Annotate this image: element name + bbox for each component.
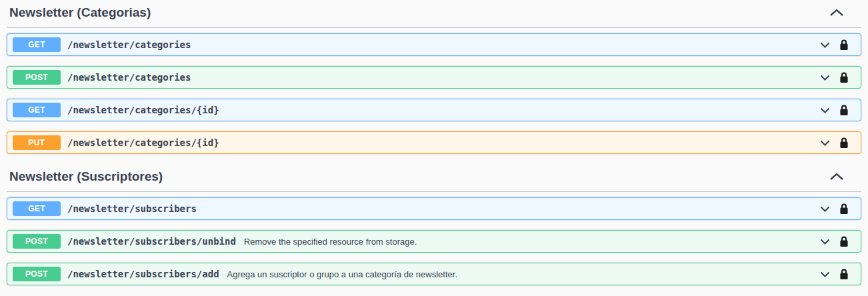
- chevron-down-icon: [820, 239, 830, 245]
- swagger-api-list: Newsletter (Categorias) GET /newsletter/…: [0, 0, 868, 285]
- operations-list: GET /newsletter/subscribers POST /newsle…: [7, 197, 861, 285]
- chevron-up-icon[interactable]: [829, 9, 844, 17]
- expand-operation-button[interactable]: [820, 75, 830, 81]
- authorize-lock-button[interactable]: [839, 39, 849, 51]
- lock-icon: [839, 105, 849, 116]
- method-badge: PUT: [13, 135, 61, 150]
- chevron-down-icon: [820, 75, 830, 81]
- expand-operation-button[interactable]: [820, 42, 830, 48]
- lock-icon: [839, 236, 849, 247]
- lock-icon: [839, 39, 849, 51]
- method-badge: POST: [13, 267, 61, 281]
- operation-row[interactable]: PUT /newsletter/categories/{id}: [7, 131, 861, 154]
- operation-path: /newsletter/categories/{id}: [67, 137, 219, 148]
- chevron-down-icon: [820, 271, 830, 277]
- operation-path: /newsletter/categories: [67, 39, 191, 50]
- operation-row[interactable]: GET /newsletter/subscribers: [7, 197, 861, 220]
- row-controls: [820, 236, 849, 247]
- row-controls: [820, 105, 849, 116]
- expand-operation-button[interactable]: [820, 239, 830, 245]
- method-badge: POST: [13, 234, 61, 249]
- operation-row[interactable]: POST /newsletter/categories: [7, 66, 861, 89]
- tag-section: Newsletter (Suscriptores) GET /newslette…: [7, 164, 861, 285]
- method-badge: POST: [13, 70, 61, 85]
- operations-list: GET /newsletter/categories POST /newslet…: [7, 33, 861, 154]
- chevron-down-icon: [820, 107, 830, 113]
- authorize-lock-button[interactable]: [839, 72, 849, 83]
- row-controls: [820, 203, 849, 215]
- lock-icon: [839, 72, 849, 83]
- lock-icon: [839, 269, 849, 280]
- section-title: Newsletter (Suscriptores): [9, 169, 163, 185]
- operation-path: /newsletter/categories: [67, 72, 191, 83]
- operation-path: /newsletter/subscribers/unbind: [67, 236, 236, 247]
- expand-operation-button[interactable]: [820, 107, 830, 113]
- tag-section: Newsletter (Categorias) GET /newsletter/…: [7, 0, 861, 154]
- operation-row[interactable]: POST /newsletter/subscribers/add Agrega …: [7, 263, 861, 285]
- expand-operation-button[interactable]: [820, 271, 830, 277]
- chevron-up-icon[interactable]: [829, 173, 844, 181]
- row-controls: [820, 72, 849, 83]
- chevron-down-icon: [820, 140, 830, 146]
- operation-row[interactable]: GET /newsletter/categories: [7, 33, 861, 56]
- method-badge: GET: [13, 103, 61, 117]
- operation-path: /newsletter/categories/{id}: [67, 105, 219, 115]
- operation-description: Remove the specified resource from stora…: [244, 237, 417, 247]
- row-controls: [820, 269, 849, 280]
- section-title: Newsletter (Categorias): [9, 5, 151, 21]
- authorize-lock-button[interactable]: [839, 203, 849, 215]
- authorize-lock-button[interactable]: [839, 269, 849, 280]
- operation-row[interactable]: POST /newsletter/subscribers/unbind Remo…: [7, 230, 861, 253]
- authorize-lock-button[interactable]: [839, 105, 849, 116]
- chevron-down-icon: [820, 206, 830, 212]
- row-controls: [820, 137, 849, 149]
- lock-icon: [839, 203, 849, 215]
- operation-description: Agrega un suscriptor o grupo a una categ…: [227, 269, 457, 279]
- expand-operation-button[interactable]: [820, 206, 830, 212]
- operation-path: /newsletter/subscribers/add: [67, 269, 219, 279]
- tag-section-header[interactable]: Newsletter (Suscriptores): [7, 164, 861, 192]
- tag-section-header[interactable]: Newsletter (Categorias): [7, 0, 861, 28]
- authorize-lock-button[interactable]: [839, 236, 849, 247]
- lock-icon: [839, 137, 849, 149]
- operation-path: /newsletter/subscribers: [67, 203, 197, 214]
- method-badge: GET: [13, 201, 61, 216]
- row-controls: [820, 39, 849, 51]
- method-badge: GET: [13, 37, 61, 52]
- operation-row[interactable]: GET /newsletter/categories/{id}: [7, 99, 861, 121]
- chevron-down-icon: [820, 42, 830, 48]
- authorize-lock-button[interactable]: [839, 137, 849, 149]
- expand-operation-button[interactable]: [820, 140, 830, 146]
